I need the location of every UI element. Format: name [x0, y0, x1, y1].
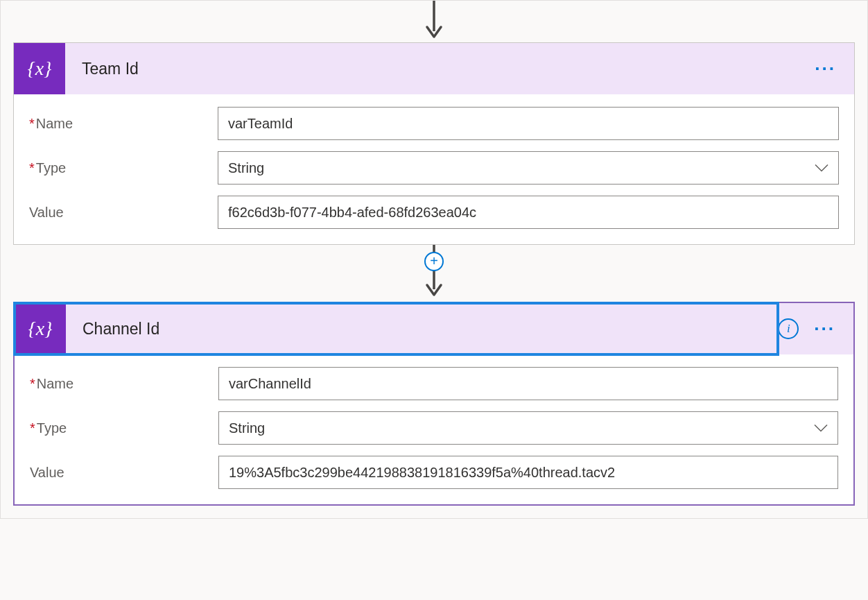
action-card-channel-id[interactable]: {x} Channel Id i ··· *Name *Type String [13, 302, 855, 506]
card-header[interactable]: {x} Team Id ··· [14, 43, 854, 94]
card-header[interactable]: {x} Channel Id i ··· [15, 303, 853, 354]
card-body: *Name *Type String Value [14, 94, 854, 244]
plus-icon: + [430, 254, 438, 268]
connector-arrow-top [13, 1, 855, 42]
chevron-down-icon [815, 160, 828, 176]
type-select[interactable]: String [218, 411, 838, 445]
card-title: Channel Id [66, 320, 159, 338]
field-label-type: *Type [29, 160, 218, 176]
card-body: *Name *Type String Value [15, 354, 853, 504]
chevron-down-icon [814, 420, 828, 436]
connector-arrow-middle: + [13, 245, 855, 302]
value-input[interactable] [218, 196, 839, 229]
type-select[interactable]: String [218, 151, 839, 185]
flow-canvas: {x} Team Id ··· *Name *Type String [0, 0, 868, 519]
info-icon[interactable]: i [778, 318, 799, 339]
field-label-type: *Type [30, 420, 218, 436]
more-menu-button[interactable]: ··· [815, 60, 836, 78]
card-title: Team Id [65, 60, 139, 78]
action-card-team-id[interactable]: {x} Team Id ··· *Name *Type String [13, 42, 855, 245]
variable-icon: {x} [14, 43, 65, 94]
name-input[interactable] [218, 107, 839, 140]
variable-icon: {x} [15, 303, 66, 354]
value-input[interactable] [218, 456, 838, 489]
field-label-value: Value [29, 205, 218, 221]
add-step-button[interactable]: + [424, 252, 444, 271]
field-label-name: *Name [29, 116, 218, 132]
more-menu-button[interactable]: ··· [814, 320, 835, 338]
field-label-value: Value [30, 465, 218, 481]
field-label-name: *Name [30, 376, 218, 392]
name-input[interactable] [218, 367, 838, 400]
